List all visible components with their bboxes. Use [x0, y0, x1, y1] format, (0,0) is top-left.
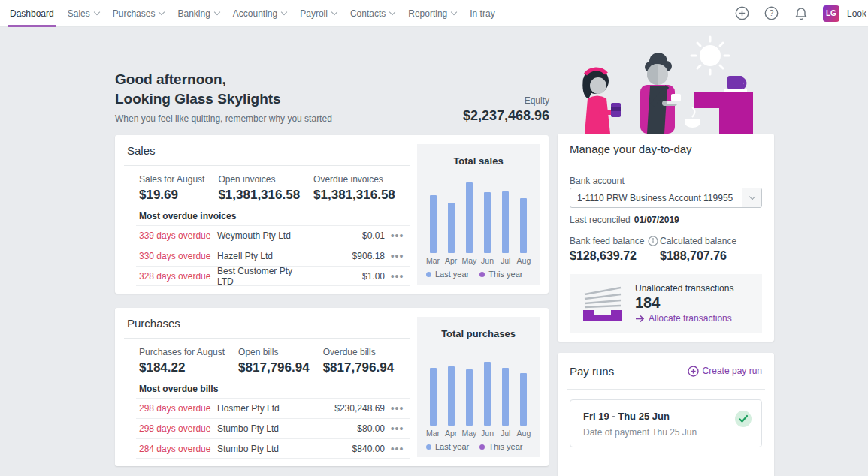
this-year-dot-icon: [479, 272, 485, 277]
x-axis-label: Jul: [497, 429, 515, 438]
equity-label: Equity: [324, 95, 549, 106]
bank-account-value: 1-1110 PRW Business Account 119955: [570, 193, 742, 203]
sales-card: Sales Create invoice Sales for August $1…: [115, 135, 549, 294]
divider: [124, 165, 410, 166]
bar-last-year: [520, 198, 527, 253]
customer-name: Hazell Pty Ltd: [217, 251, 310, 261]
pay-run-entry[interactable]: Fri 19 - Thu 25 Jun Date of payment Thu …: [570, 399, 762, 447]
bell-icon: [794, 6, 808, 20]
legend-last-year: Last year: [426, 270, 469, 279]
supplier-name: Stumbo Pty Ltd: [217, 444, 310, 454]
table-row[interactable]: 339 days overdue Weymouth Pty Ltd $0.01 …: [136, 225, 410, 246]
bar-last-year: [466, 369, 473, 426]
nav-label: In tray: [470, 8, 494, 19]
stat-value: $817,796.94: [238, 360, 310, 375]
chart-legend: Last year This year: [426, 442, 523, 451]
tagline: When you feel like quitting, remember wh…: [115, 113, 332, 124]
nav-item-contacts[interactable]: Contacts: [343, 0, 401, 27]
stat-value: $19.69: [139, 188, 204, 203]
amount: $80.00: [310, 423, 385, 434]
nav-label: Payroll: [300, 8, 328, 19]
chevron-down-icon: [214, 9, 220, 15]
bar-column: Jul: [497, 347, 515, 426]
nav-item-banking[interactable]: Banking: [171, 0, 225, 27]
nav-label: Contacts: [350, 8, 386, 19]
nav-item-sales[interactable]: Sales: [61, 0, 106, 27]
x-axis-label: Aug: [515, 429, 533, 438]
stat-overdue-invoices: Overdue invoices $1,381,316.58: [313, 174, 395, 203]
success-check-icon: [734, 410, 752, 428]
bar-column: Jun: [479, 347, 497, 426]
chevron-down-icon: [451, 9, 457, 15]
day-to-day-title: Manage your day-to-day: [570, 143, 692, 155]
bar-column: Aug: [515, 174, 533, 253]
stat-label: Sales for August: [139, 174, 204, 185]
document-tray-icon: [579, 285, 626, 321]
x-axis-label: May: [460, 429, 478, 438]
row-menu-button[interactable]: •••: [385, 405, 410, 412]
info-icon[interactable]: [648, 236, 658, 246]
select-dropdown-button[interactable]: [742, 188, 761, 207]
bar-last-year: [448, 203, 455, 253]
nav-item-in-tray[interactable]: In tray: [463, 0, 501, 27]
chevron-down-icon: [94, 9, 100, 15]
business-name-label[interactable]: Look: [847, 8, 866, 19]
nav-right-actions: ? LG Look: [735, 5, 868, 22]
most-overdue-invoices-title: Most overdue invoices: [139, 211, 236, 221]
divider: [567, 389, 765, 390]
amount: $230,248.69: [310, 403, 385, 414]
legend-this-year: This year: [479, 442, 522, 451]
nav-label: Purchases: [113, 8, 156, 19]
nav-item-payroll[interactable]: Payroll: [293, 0, 343, 27]
x-axis-label: Mar: [424, 256, 442, 265]
nav-item-accounting[interactable]: Accounting: [226, 0, 293, 27]
bar-last-year: [448, 366, 455, 426]
row-menu-button[interactable]: •••: [385, 252, 410, 260]
overdue-days: 298 days overdue: [139, 403, 217, 414]
sales-card-title: Sales: [127, 144, 156, 157]
amount: $0.01: [310, 230, 385, 241]
bank-account-select[interactable]: 1-1110 PRW Business Account 119955: [570, 188, 762, 208]
avatar[interactable]: LG: [823, 5, 839, 22]
row-menu-button[interactable]: •••: [385, 425, 410, 432]
x-axis-label: Apr: [442, 256, 460, 265]
legend-this-year: This year: [479, 270, 522, 279]
stat-label: Purchases for August: [139, 347, 225, 357]
help-button[interactable]: ?: [764, 6, 779, 21]
x-axis-label: Jul: [497, 256, 515, 265]
create-pay-run-button[interactable]: Create pay run: [688, 366, 762, 377]
stat-value: $817,796.94: [323, 360, 395, 375]
bar-column: Apr: [442, 347, 460, 426]
nav-item-dashboard[interactable]: Dashboard: [3, 0, 61, 27]
chevron-down-icon: [159, 9, 165, 15]
top-navigation: Dashboard Sales Purchases Banking Accoun…: [0, 0, 868, 27]
most-overdue-bills-title: Most overdue bills: [139, 384, 218, 394]
row-menu-button[interactable]: •••: [385, 273, 410, 280]
amount: $1.00: [310, 271, 385, 282]
nav-item-purchases[interactable]: Purchases: [106, 0, 171, 27]
purchases-stats: Purchases for August $184.22 Open bills …: [139, 347, 394, 375]
bank-feed-label: Bank feed balance: [570, 236, 644, 246]
row-menu-button[interactable]: •••: [385, 232, 410, 240]
table-row[interactable]: 298 days overdue Hosmer Pty Ltd $230,248…: [136, 398, 410, 418]
bars-area: MarAprMayJunJulAug: [424, 347, 533, 426]
table-row[interactable]: 328 days overdue Best Customer Pty LTD $…: [136, 266, 410, 286]
pay-run-payment-date: Date of payment Thu 25 Jun: [583, 427, 697, 438]
nav-item-reporting[interactable]: Reporting: [401, 0, 463, 27]
unallocated-label: Unallocated transactions: [635, 283, 733, 294]
notifications-button[interactable]: [794, 6, 809, 21]
total-sales-chart: Total sales MarAprMayJunJulAug Last year…: [417, 144, 540, 285]
allocate-transactions-link[interactable]: Allocate transactions: [635, 313, 733, 324]
bar-column: Apr: [442, 174, 460, 253]
divider: [124, 338, 410, 339]
table-row[interactable]: 298 days overdue Stumbo Pty Ltd $80.00 •…: [136, 418, 410, 438]
bar-last-year: [466, 182, 473, 253]
nav-label: Banking: [177, 8, 210, 19]
stat-label: Overdue bills: [323, 347, 395, 357]
stat-purchases-for-august: Purchases for August $184.22: [139, 347, 225, 375]
add-new-button[interactable]: [735, 6, 750, 21]
row-menu-button[interactable]: •••: [385, 445, 410, 453]
table-row[interactable]: 330 days overdue Hazell Pty Ltd $906.18 …: [136, 246, 410, 266]
table-row[interactable]: 284 days overdue Stumbo Pty Ltd $840.00 …: [136, 438, 410, 459]
plus-circle-icon: [688, 366, 699, 377]
